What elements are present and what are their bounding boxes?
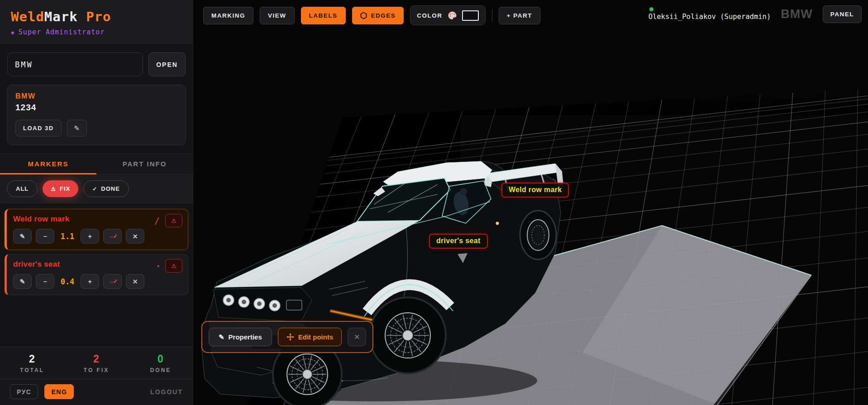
marker-card-driver-seat[interactable]: driver's seat ● ⚠ ✎ − 0.4 + →✓ ✕ [5, 254, 188, 295]
pencil-icon: ✎ [20, 233, 25, 240]
marker-apply-button[interactable]: →✓ [103, 274, 122, 289]
marker-decrement-button[interactable]: − [36, 229, 54, 244]
marker-status-area: / ⚠ [154, 214, 182, 227]
marker-stats: 2 TOTAL 2 TO FIX 0 DONE [0, 347, 193, 379]
warning-icon: ⚠ [171, 263, 176, 269]
context-toolbar: ✎ Properties Edit points ✕ [201, 321, 373, 353]
marker-edit-button[interactable]: ✎ [13, 274, 32, 289]
load-3d-button[interactable]: LOAD 3D [15, 120, 62, 137]
part-card: BMW 1234 LOAD 3D ✎ [7, 85, 186, 145]
user-info: Oleksii_Poliakov (Superadmin) [649, 8, 771, 21]
online-status-dot [649, 7, 653, 11]
marker-decrement-button[interactable]: − [36, 274, 54, 289]
add-part-button[interactable]: + PART [499, 7, 540, 24]
filter-all-label: ALL [16, 185, 29, 192]
pencil-icon: ✎ [74, 124, 80, 132]
stat-total: 2 TOTAL [0, 353, 64, 373]
marking-label: MARKING [211, 12, 245, 19]
far-rear-wheel [520, 211, 556, 259]
user-role: ◈Super Administrator [11, 28, 182, 36]
edit-points-button[interactable]: Edit points [278, 328, 342, 346]
open-button[interactable]: OPEN [148, 52, 186, 76]
marker-increment-button[interactable]: + [81, 274, 99, 289]
filter-fix-label: FIX [60, 185, 70, 192]
stat-to-fix: 2 TO FIX [64, 353, 129, 373]
current-color-swatch[interactable] [462, 10, 479, 21]
tab-part-info[interactable]: PART INFO [96, 154, 193, 174]
stat-total-label: TOTAL [0, 367, 64, 373]
move-icon [286, 333, 294, 341]
marker-controls: ✎ − 1.1 + →✓ ✕ [13, 229, 181, 244]
view-button[interactable]: VIEW [260, 7, 295, 24]
edit-part-button[interactable]: ✎ [67, 120, 87, 137]
arrow-check-icon: →✓ [108, 278, 117, 285]
stat-done: 0 DONE [129, 353, 193, 373]
pencil-icon: ✎ [219, 333, 224, 341]
weld-marker-point [496, 222, 499, 225]
palette-icon [448, 11, 457, 20]
scene-label-weld-row[interactable]: Weld row mark [501, 183, 569, 198]
viewport[interactable]: MARKING VIEW LABELS EDGES COLOR + PART [193, 0, 868, 405]
stat-total-value: 2 [0, 353, 64, 365]
scene-label-driver-seat[interactable]: driver's seat [429, 234, 488, 249]
view-label: VIEW [268, 12, 286, 19]
filter-fix-button[interactable]: ⚠FIX [43, 180, 78, 197]
marker-filters: ALL ⚠FIX ✓DONE [0, 174, 193, 203]
marker-warning-button[interactable]: ⚠ [165, 214, 182, 227]
color-picker-group[interactable]: COLOR [410, 5, 485, 25]
lang-eng-button[interactable]: ENG [44, 384, 74, 399]
lang-rus-button[interactable]: РУС [10, 384, 38, 399]
filter-done-button[interactable]: ✓DONE [83, 180, 129, 197]
part-brand: BMW [15, 92, 177, 100]
plus-icon: + [88, 278, 91, 285]
context-close-button[interactable]: ✕ [348, 328, 366, 346]
logo-part-mark: Mark [44, 9, 78, 24]
app-root: WeldMark Pro ◈Super Administrator OPEN B… [0, 0, 868, 405]
marker-increment-button[interactable]: + [81, 229, 99, 244]
panel-label: PANEL [830, 11, 854, 18]
check-icon: ✓ [92, 186, 97, 192]
toolbar-divider [492, 9, 492, 22]
marker-apply-button[interactable]: →✓ [103, 229, 122, 244]
marker-warning-button[interactable]: ⚠ [165, 259, 182, 273]
stat-to-fix-label: TO FIX [64, 367, 129, 373]
active-tab-underline [0, 173, 96, 174]
minus-icon: − [43, 233, 47, 240]
tab-markers[interactable]: MARKERS [0, 154, 96, 174]
logout-button[interactable]: LOGOUT [150, 388, 183, 396]
warning-icon: ⚠ [51, 186, 56, 192]
top-right-cluster: Oleksii_Poliakov (Superadmin) BMW PANEL [649, 5, 862, 23]
marker-title: driver's seat [13, 260, 181, 269]
marker-status-area: ● ⚠ [157, 259, 182, 273]
user-name: Oleksii_Poliakov (Superadmin) [649, 13, 771, 21]
search-input[interactable] [7, 52, 143, 76]
edit-points-label: Edit points [298, 333, 334, 341]
sidebar-tabs: MARKERS PART INFO [0, 153, 193, 174]
minus-icon: − [43, 278, 47, 285]
add-part-label: + PART [507, 12, 532, 19]
marker-delete-button[interactable]: ✕ [126, 229, 144, 244]
panel-button[interactable]: PANEL [823, 5, 862, 23]
edges-toggle-button[interactable]: EDGES [352, 7, 404, 24]
arrow-check-icon: →✓ [108, 233, 117, 240]
labels-toggle-button[interactable]: LABELS [301, 7, 346, 24]
logo-part-pro: Pro [78, 9, 111, 24]
search-row: OPEN [0, 44, 193, 83]
marking-button[interactable]: MARKING [203, 7, 253, 24]
slash-status-icon: / [154, 215, 160, 226]
stat-done-value: 0 [129, 353, 193, 365]
properties-button[interactable]: ✎ Properties [209, 328, 272, 346]
close-icon: ✕ [133, 278, 138, 285]
app-logo: WeldMark Pro [11, 9, 182, 24]
marker-card-weld-row[interactable]: Weld row mark / ⚠ ✎ − 1.1 + →✓ ✕ [5, 209, 188, 250]
marker-edit-button[interactable]: ✎ [13, 229, 32, 244]
sidebar-footer: РУС ENG LOGOUT [0, 379, 193, 405]
stat-done-label: DONE [129, 367, 193, 373]
sidebar: WeldMark Pro ◈Super Administrator OPEN B… [0, 0, 193, 405]
marker-delete-button[interactable]: ✕ [126, 274, 144, 289]
filter-all-button[interactable]: ALL [7, 180, 38, 197]
edges-label: EDGES [371, 12, 396, 19]
plus-icon: + [88, 233, 91, 240]
marker-list: Weld row mark / ⚠ ✎ − 1.1 + →✓ ✕ driver'… [0, 203, 193, 347]
labels-label: LABELS [309, 12, 338, 19]
